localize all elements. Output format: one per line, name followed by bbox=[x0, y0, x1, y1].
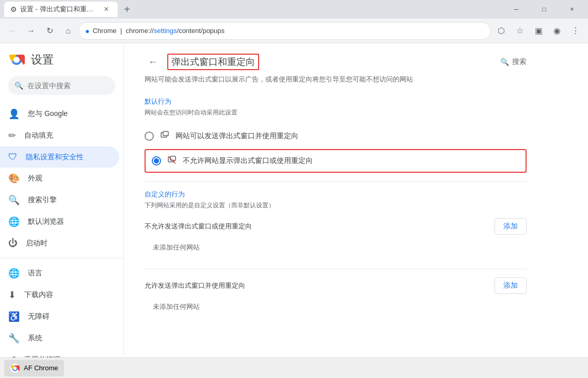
window-controls: ─ □ × bbox=[504, 0, 584, 19]
sidebar-item-label-startup: 启动时 bbox=[26, 239, 47, 248]
sidebar-item-label-appearance: 外观 bbox=[28, 174, 42, 183]
titlebar-left: ⚙ 设置 - 弹出式窗口和重定向 × + bbox=[4, 2, 134, 17]
svg-point-2 bbox=[13, 57, 20, 63]
back-button[interactable]: ← bbox=[4, 23, 21, 39]
block-list-header: 不允许发送弹出式窗口或使用重定向 添加 bbox=[145, 218, 527, 235]
taskbar-app-label: AF Chrome bbox=[24, 364, 58, 372]
default-behavior-title: 默认行为 bbox=[145, 97, 527, 106]
radio-allow-circle[interactable] bbox=[145, 132, 154, 141]
page-search[interactable]: 🔍 搜索 bbox=[500, 57, 527, 67]
radio-allow-icon bbox=[160, 130, 169, 142]
sidebar-item-label-google: 您与 Google bbox=[28, 109, 68, 119]
page-header-left: ← 弹出式窗口和重定向 bbox=[145, 54, 259, 70]
page-header: ← 弹出式窗口和重定向 🔍 搜索 bbox=[145, 54, 527, 70]
site-security-icon: ● bbox=[85, 27, 89, 35]
new-tab-button[interactable]: + bbox=[120, 2, 134, 17]
radio-block[interactable]: 不允许网站显示弹出式窗口或使用重定向 bbox=[152, 152, 519, 170]
addressbar: ← → ↻ ⌂ ● Chrome | chrome://settings/con… bbox=[0, 19, 588, 43]
tab-close-button[interactable]: × bbox=[101, 4, 112, 14]
share-button[interactable]: ⬡ bbox=[493, 23, 510, 39]
bookmark-button[interactable]: ☆ bbox=[512, 23, 528, 39]
sidebar-search-input[interactable] bbox=[27, 81, 118, 90]
add-allow-button[interactable]: 添加 bbox=[495, 277, 527, 294]
sidebar-item-label-autofill: 自动填充 bbox=[24, 131, 53, 140]
page-title-box: 弹出式窗口和重定向 bbox=[167, 54, 259, 70]
sidebar-item-label-system: 系统 bbox=[28, 334, 42, 343]
sidebar-header: 设置 bbox=[0, 47, 123, 76]
taskbar-chrome-app[interactable]: AF Chrome bbox=[4, 360, 64, 376]
block-list-label: 不允许发送弹出式窗口或使用重定向 bbox=[145, 222, 252, 231]
block-list-empty: 未添加任何网站 bbox=[145, 239, 527, 260]
sidebar-item-label-download: 下载内容 bbox=[24, 290, 53, 300]
page-search-icon: 🔍 bbox=[500, 58, 509, 66]
browser-icon: 🌐 bbox=[8, 216, 20, 227]
radio-block-label: 不允许网站显示弹出式窗口或使用重定向 bbox=[183, 156, 313, 166]
sidebar-item-privacy[interactable]: 🛡 隐私设置和安全性 bbox=[0, 146, 119, 168]
content-area: ← 弹出式窗口和重定向 🔍 搜索 网站可能会发送弹出式窗口以展示广告，或者使用重… bbox=[124, 43, 588, 378]
sidebar-item-label-search: 搜索引擎 bbox=[28, 195, 57, 205]
maximize-button[interactable]: □ bbox=[532, 0, 556, 19]
svg-rect-4 bbox=[163, 132, 168, 136]
tab-title: 设置 - 弹出式窗口和重定向 bbox=[20, 5, 98, 14]
forward-button[interactable]: → bbox=[23, 23, 39, 39]
profile-button[interactable]: ◉ bbox=[549, 23, 565, 39]
sidebar-item-label-privacy: 隐私设置和安全性 bbox=[26, 153, 84, 162]
add-block-button[interactable]: 添加 bbox=[495, 218, 527, 235]
url-text: Chrome | chrome://settings/content/popup… bbox=[92, 27, 225, 35]
taskbar-chrome-icon bbox=[10, 364, 20, 373]
default-behavior-subtitle: 网站会在您访问时自动采用此设置 bbox=[145, 108, 527, 117]
sidebar-item-browser[interactable]: 🌐 默认浏览器 bbox=[0, 211, 119, 233]
active-tab[interactable]: ⚙ 设置 - 弹出式窗口和重定向 × bbox=[4, 2, 118, 17]
sidebar-item-startup[interactable]: ⏻ 启动时 bbox=[0, 233, 119, 254]
minimize-button[interactable]: ─ bbox=[504, 0, 528, 19]
divider-2 bbox=[145, 269, 527, 269]
url-actions: ⬡ ☆ ▣ ◉ ⋮ bbox=[493, 23, 584, 39]
content-inner: ← 弹出式窗口和重定向 🔍 搜索 网站可能会发送弹出式窗口以展示广告，或者使用重… bbox=[124, 43, 547, 330]
close-button[interactable]: × bbox=[560, 0, 584, 19]
back-button[interactable]: ← bbox=[145, 54, 161, 70]
custom-behavior-subtitle: 下列网站采用的是自定义设置（而非默认设置） bbox=[145, 201, 527, 210]
sidebar-item-system[interactable]: 🔧 系统 bbox=[0, 327, 119, 349]
home-button[interactable]: ⌂ bbox=[60, 23, 76, 39]
sidebar-item-search[interactable]: 🔍 搜索引擎 bbox=[0, 189, 119, 211]
divider-1 bbox=[145, 181, 527, 182]
svg-rect-6 bbox=[170, 156, 176, 160]
sidebar-search-bar[interactable]: 🔍 bbox=[8, 76, 115, 95]
refresh-button[interactable]: ↻ bbox=[41, 23, 58, 39]
download-icon: ⬇ bbox=[8, 289, 16, 301]
svg-point-10 bbox=[13, 366, 17, 370]
sidebar-toggle-button[interactable]: ▣ bbox=[530, 23, 547, 39]
sidebar-item-accessibility[interactable]: ♿ 无障碍 bbox=[0, 306, 119, 327]
sidebar: 设置 🔍 👤 您与 Google ✏ 自动填充 🛡 隐私设置和安全性 🎨 外观 … bbox=[0, 43, 124, 378]
palette-icon: 🎨 bbox=[8, 173, 20, 184]
allow-list-header: 允许发送弹出式窗口并使用重定向 添加 bbox=[145, 277, 527, 294]
sidebar-item-label-browser: 默认浏览器 bbox=[28, 217, 64, 226]
radio-block-circle[interactable] bbox=[152, 156, 161, 166]
radio-allow[interactable]: 网站可以发送弹出式窗口并使用重定向 bbox=[145, 125, 527, 147]
sidebar-item-google[interactable]: 👤 您与 Google bbox=[0, 103, 119, 125]
sidebar-item-autofill[interactable]: ✏ 自动填充 bbox=[0, 125, 119, 146]
url-bar[interactable]: ● Chrome | chrome://settings/content/pop… bbox=[78, 22, 491, 40]
page-description: 网站可能会发送弹出式窗口以展示广告，或者使用重定向将您引导至您可能不想访问的网站 bbox=[145, 74, 527, 85]
radio-allow-label: 网站可以发送弹出式窗口并使用重定向 bbox=[176, 132, 298, 141]
page-title: 弹出式窗口和重定向 bbox=[171, 57, 255, 67]
sidebar-item-appearance[interactable]: 🎨 外观 bbox=[0, 168, 119, 189]
settings-title: 设置 bbox=[31, 52, 54, 68]
custom-behavior-title: 自定义的行为 bbox=[145, 190, 527, 199]
taskbar: AF Chrome bbox=[0, 357, 588, 378]
radio-block-highlighted-box: 不允许网站显示弹出式窗口或使用重定向 bbox=[145, 149, 527, 173]
chrome-logo bbox=[8, 52, 25, 68]
radio-block-icon bbox=[167, 155, 177, 167]
person-icon: 👤 bbox=[8, 108, 20, 120]
sidebar-item-language[interactable]: 🌐 语言 bbox=[0, 262, 119, 284]
sidebar-divider-1 bbox=[0, 258, 123, 258]
search-icon: 🔍 bbox=[8, 194, 20, 206]
titlebar: ⚙ 设置 - 弹出式窗口和重定向 × + ─ □ × bbox=[0, 0, 588, 19]
shield-icon: 🛡 bbox=[8, 152, 18, 162]
allow-list-label: 允许发送弹出式窗口并使用重定向 bbox=[145, 281, 245, 290]
sidebar-item-download[interactable]: ⬇ 下载内容 bbox=[0, 284, 119, 306]
accessibility-icon: ♿ bbox=[8, 311, 20, 322]
menu-button[interactable]: ⋮ bbox=[567, 23, 584, 39]
sidebar-item-label-language: 语言 bbox=[28, 269, 42, 278]
sidebar-item-label-accessibility: 无障碍 bbox=[28, 312, 50, 321]
